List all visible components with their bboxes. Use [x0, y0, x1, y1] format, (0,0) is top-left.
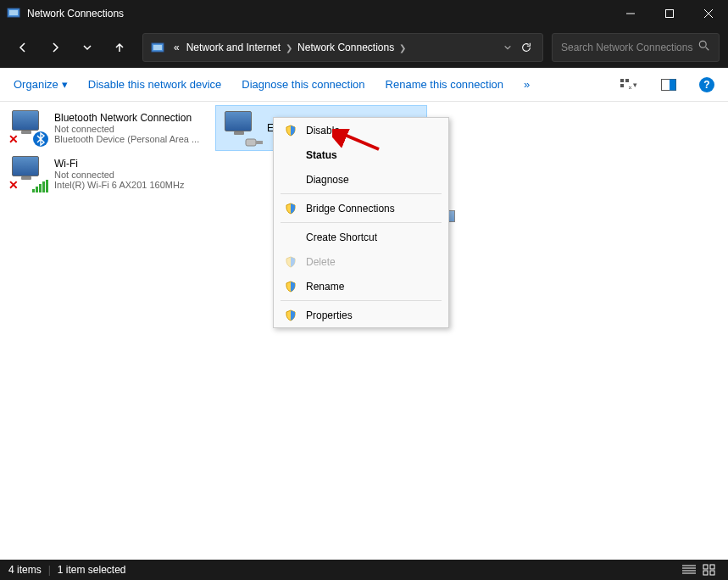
address-bar[interactable]: « Network and Internet ❯ Network Connect…	[142, 33, 543, 62]
svg-rect-10	[620, 79, 624, 82]
menu-separator	[281, 300, 442, 301]
context-bridge[interactable]: Bridge Connections	[274, 196, 448, 220]
recent-dropdown[interactable]	[73, 33, 102, 62]
svg-rect-14	[670, 79, 676, 90]
svg-rect-29	[710, 565, 714, 569]
breadcrumb-prefix: «	[170, 42, 183, 53]
command-toolbar: Organize ▾ Disable this network device D…	[0, 68, 728, 102]
context-rename[interactable]: Rename	[274, 274, 448, 298]
forward-button[interactable]	[41, 33, 69, 62]
menu-separator	[281, 193, 442, 194]
search-placeholder: Search Network Connections	[561, 42, 698, 53]
connection-name: Wi-Fi	[54, 158, 184, 170]
shield-icon	[284, 309, 297, 322]
breadcrumb-item[interactable]: Network and Internet	[183, 42, 284, 53]
shield-icon	[284, 124, 297, 137]
connection-item-bluetooth[interactable]: ✕ Bluetooth Network Connection Not conne…	[3, 105, 215, 151]
context-create-shortcut[interactable]: Create Shortcut	[274, 225, 448, 249]
connection-device: Intel(R) Wi-Fi 6 AX201 160MHz	[54, 180, 184, 190]
item-count: 4 items	[8, 564, 42, 576]
close-button[interactable]	[689, 0, 728, 27]
svg-point-8	[699, 41, 706, 47]
svg-rect-31	[710, 571, 714, 575]
status-separator: |	[42, 564, 58, 576]
connection-name: Bluetooth Network Connection	[54, 112, 199, 124]
minimize-button[interactable]	[611, 0, 650, 27]
svg-rect-1	[9, 10, 18, 15]
svg-rect-3	[666, 10, 674, 18]
disconnected-icon: ✕	[8, 178, 19, 192]
svg-line-9	[706, 47, 709, 51]
svg-rect-7	[153, 45, 162, 50]
navigation-bar: « Network and Internet ❯ Network Connect…	[0, 27, 728, 68]
svg-rect-28	[703, 565, 708, 569]
connection-status: Not connected	[54, 170, 184, 180]
diagnose-button[interactable]: Diagnose this connection	[242, 78, 364, 91]
titlebar: Network Connections	[0, 0, 728, 27]
breadcrumb-separator: ❯	[284, 43, 294, 53]
svg-rect-22	[46, 180, 48, 192]
chevron-down-icon: ▾	[62, 78, 68, 91]
toolbar-overflow[interactable]: »	[524, 78, 530, 91]
icons-view-button[interactable]	[699, 564, 720, 576]
svg-rect-17	[256, 141, 263, 144]
svg-rect-11	[625, 79, 629, 82]
refresh-button[interactable]	[517, 38, 536, 57]
svg-rect-20	[39, 184, 42, 192]
context-status[interactable]: Status	[274, 142, 448, 167]
context-disable[interactable]: Disable	[274, 118, 448, 142]
disable-device-button[interactable]: Disable this network device	[88, 78, 222, 91]
connection-status: Not connected	[54, 124, 199, 134]
connection-item-wifi[interactable]: ✕ Wi-Fi Not connected Intel(R) Wi-Fi 6 A…	[3, 151, 215, 197]
bluetooth-adapter-icon: ✕	[8, 109, 49, 148]
preview-pane-button[interactable]	[659, 75, 679, 95]
app-icon	[7, 7, 20, 20]
shield-icon	[284, 255, 297, 269]
view-options-button[interactable]: ▾	[618, 75, 638, 95]
back-button[interactable]	[8, 33, 37, 62]
shield-icon	[284, 202, 297, 215]
context-diagnose[interactable]: Diagnose	[274, 167, 448, 192]
breadcrumb-item[interactable]: Network Connections	[294, 42, 397, 53]
up-button[interactable]	[105, 33, 134, 62]
rename-button[interactable]: Rename this connection	[386, 78, 503, 91]
shield-icon	[284, 280, 297, 293]
context-properties[interactable]: Properties	[274, 303, 448, 327]
svg-rect-21	[42, 181, 45, 192]
disconnected-icon: ✕	[8, 132, 19, 146]
svg-rect-16	[246, 139, 256, 146]
details-view-button[interactable]	[679, 564, 699, 576]
svg-rect-12	[620, 84, 624, 87]
status-bar: 4 items | 1 item selected	[0, 560, 728, 580]
wifi-adapter-icon: ✕	[8, 154, 49, 193]
connection-device: Bluetooth Device (Personal Area ...	[54, 134, 199, 144]
menu-separator	[281, 222, 442, 223]
breadcrumb-separator: ❯	[397, 43, 408, 53]
context-menu: Disable Status Diagnose Bridge Connectio…	[273, 117, 449, 328]
search-box[interactable]: Search Network Connections	[552, 33, 720, 62]
address-dropdown[interactable]	[498, 38, 517, 57]
svg-rect-18	[32, 189, 35, 192]
ethernet-adapter-icon	[221, 109, 262, 148]
context-delete: Delete	[274, 249, 448, 274]
search-icon	[698, 40, 710, 55]
selected-count: 1 item selected	[58, 564, 126, 576]
svg-rect-19	[36, 187, 38, 192]
location-icon	[150, 40, 165, 55]
organize-menu[interactable]: Organize ▾	[14, 78, 68, 91]
svg-rect-30	[703, 571, 708, 575]
window-title: Network Connections	[27, 8, 611, 20]
maximize-button[interactable]	[650, 0, 689, 27]
help-button[interactable]: ?	[699, 77, 714, 92]
